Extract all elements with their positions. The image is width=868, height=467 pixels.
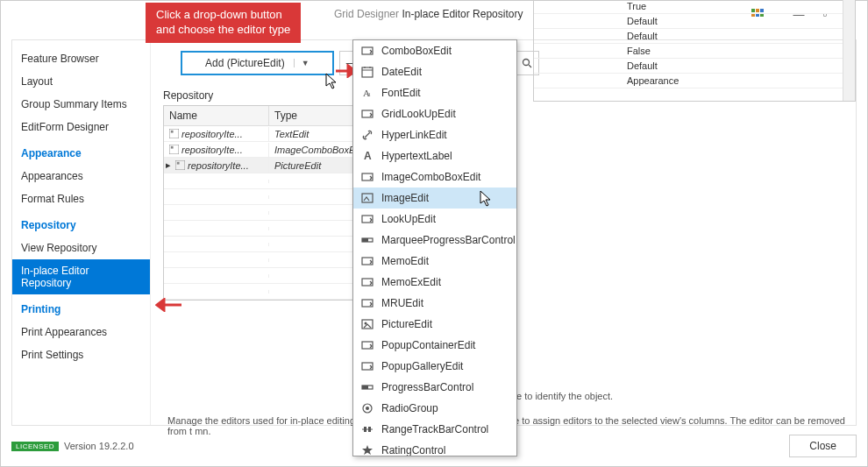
- name-hint: e to identify the object.: [516, 391, 839, 401]
- property-value: Default: [622, 14, 855, 28]
- dropdown-item-label: RatingControl: [381, 444, 445, 456]
- dropdown-item-label: ImageEdit: [381, 192, 429, 204]
- fontedit-icon: Aa: [360, 86, 374, 100]
- table-row[interactable]: repositoryIte...TextEdit: [164, 126, 374, 142]
- table-row[interactable]: ▸repositoryIte...PictureEdit: [164, 158, 374, 173]
- dropdown-item-memoedit[interactable]: MemoEdit: [353, 251, 516, 272]
- svg-text:a: a: [367, 90, 371, 98]
- table-row[interactable]: [164, 237, 374, 252]
- dropdown-item-label: PopupGalleryEdit: [381, 360, 463, 372]
- property-row[interactable]: False: [534, 44, 855, 59]
- dropdown-item-label: FontEdit: [381, 87, 421, 99]
- close-button[interactable]: Close: [789, 435, 857, 457]
- svg-rect-43: [368, 427, 371, 432]
- dropdown-item-popupcontaineredit[interactable]: PopupContainerEdit: [353, 335, 516, 356]
- table-row[interactable]: [164, 189, 374, 205]
- dropdown-item-memoexedit[interactable]: MemoExEdit: [353, 272, 516, 293]
- property-row[interactable]: Default: [534, 14, 855, 29]
- table-row[interactable]: repositoryIte...ImageComboBoxE: [164, 142, 374, 158]
- lookupedit-icon: [360, 212, 374, 226]
- mruedit-icon: [360, 296, 374, 310]
- repository-grid: Name Type repositoryIte...TextEditreposi…: [163, 105, 375, 301]
- search-icon: [522, 58, 532, 68]
- dropdown-item-hyperlinkedit[interactable]: HyperLinkEdit: [353, 124, 516, 145]
- add-editor-button[interactable]: Add (PictureEdit) ▼: [181, 51, 334, 75]
- table-row[interactable]: [164, 268, 374, 284]
- dropdown-item-fontedit[interactable]: AaFontEdit: [353, 82, 516, 103]
- dropdown-item-dateedit[interactable]: DateEdit: [353, 61, 516, 82]
- sidebar-item-feature-browser[interactable]: Feature Browser: [12, 47, 150, 70]
- sidebar-item-editform[interactable]: EditForm Designer: [12, 116, 150, 138]
- dropdown-item-hypertextlabel[interactable]: AHypertextLabel: [353, 145, 516, 166]
- dropdown-item-radiogroup[interactable]: RadioGroup: [353, 398, 516, 419]
- hypertextlabel-icon: A: [360, 149, 374, 163]
- property-value: Default: [622, 59, 855, 73]
- dropdown-item-marqueeprogressbarcontrol[interactable]: MarqueeProgressBarControl: [353, 230, 516, 251]
- property-row[interactable]: True: [534, 0, 855, 14]
- sidebar-item-format-rules[interactable]: Format Rules: [12, 188, 150, 210]
- col-name-header[interactable]: Name: [164, 106, 269, 125]
- dropdown-item-lookupedit[interactable]: LookUpEdit: [353, 209, 516, 230]
- dropdown-item-label: LookUpEdit: [381, 213, 436, 225]
- sidebar-item-inplace-editor[interactable]: In-place Editor Repository: [12, 259, 150, 294]
- title-prefix: Grid Designer: [334, 8, 399, 20]
- svg-rect-10: [169, 145, 179, 154]
- dropdown-item-gridlookupedit[interactable]: GridLookUpEdit: [353, 103, 516, 124]
- dropdown-item-rangetrackbarcontrol[interactable]: RangeTrackBarControl: [353, 419, 516, 440]
- svg-rect-42: [364, 427, 366, 432]
- sidebar-item-layout[interactable]: Layout: [12, 70, 150, 93]
- svg-point-6: [523, 60, 529, 66]
- marqueeprogressbarcontrol-icon: [360, 233, 374, 247]
- dropdown-item-ratingcontrol[interactable]: RatingControl: [353, 440, 516, 456]
- table-row[interactable]: [164, 252, 374, 268]
- property-row[interactable]: Default: [534, 59, 855, 74]
- tutorial-callout: Click a drop-down buttonand choose the e…: [146, 3, 301, 43]
- row-name: repositoryIte...: [181, 145, 243, 155]
- dropdown-item-label: MRUEdit: [381, 297, 423, 309]
- table-row[interactable]: [164, 205, 374, 221]
- table-row[interactable]: [164, 221, 374, 237]
- sidebar-item-group-summary[interactable]: Group Summary Items: [12, 93, 150, 116]
- row-name: repositoryIte...: [188, 160, 249, 171]
- svg-rect-13: [177, 162, 180, 165]
- table-row[interactable]: [164, 284, 374, 300]
- dropdown-item-label: DateEdit: [381, 66, 422, 78]
- svg-point-40: [366, 407, 369, 410]
- dropdown-item-popupgalleryedit[interactable]: PopupGalleryEdit: [353, 356, 516, 377]
- dropdown-item-imageedit[interactable]: ImageEdit: [353, 188, 516, 209]
- table-row[interactable]: [164, 173, 374, 189]
- dropdown-item-label: HyperLinkEdit: [381, 129, 447, 141]
- dropdown-item-pictureedit[interactable]: PictureEdit: [353, 314, 516, 335]
- svg-rect-12: [175, 160, 185, 170]
- sidebar-header-appearance: Appearance: [12, 138, 150, 165]
- sidebar-item-print-appearances[interactable]: Print Appearances: [12, 321, 150, 343]
- sidebar-item-print-settings[interactable]: Print Settings: [12, 343, 150, 366]
- dateedit-icon: [360, 65, 374, 79]
- memoexedit-icon: [360, 275, 374, 289]
- scrollbar[interactable]: [843, 0, 855, 101]
- sidebar-item-appearances[interactable]: Appearances: [12, 165, 150, 188]
- callout-arrow-icon: [155, 298, 181, 312]
- property-row[interactable]: Default: [534, 29, 855, 44]
- property-row[interactable]: Appearance: [534, 74, 855, 88]
- dropdown-item-comboboxedit[interactable]: ComboBoxEdit: [353, 40, 516, 61]
- svg-rect-9: [171, 131, 174, 133]
- property-grid: repositoryItemPictureEdit1 ngedDefaultDe…: [533, 0, 856, 102]
- property-value: Appearance: [622, 74, 855, 88]
- dropdown-item-label: MarqueeProgressBarControl: [381, 234, 516, 246]
- sidebar: Feature Browser Layout Group Summary Ite…: [12, 40, 151, 425]
- property-key: [534, 14, 622, 28]
- svg-rect-8: [169, 129, 179, 138]
- property-key: [534, 74, 622, 88]
- dropdown-item-label: GridLookUpEdit: [381, 108, 456, 120]
- dropdown-item-mruedit[interactable]: MRUEdit: [353, 293, 516, 314]
- dropdown-item-progressbarcontrol[interactable]: ProgressBarControl: [353, 377, 516, 398]
- popupcontaineredit-icon: [360, 338, 374, 352]
- chevron-down-icon[interactable]: ▼: [294, 59, 309, 67]
- memoedit-icon: [360, 254, 374, 268]
- imageedit-icon: [360, 191, 374, 205]
- property-value: Default: [622, 29, 855, 43]
- pictureedit-icon: [360, 317, 374, 331]
- dropdown-item-imagecomboboxedit[interactable]: ImageComboBoxEdit: [353, 166, 516, 188]
- sidebar-item-view-repository[interactable]: View Repository: [12, 237, 150, 259]
